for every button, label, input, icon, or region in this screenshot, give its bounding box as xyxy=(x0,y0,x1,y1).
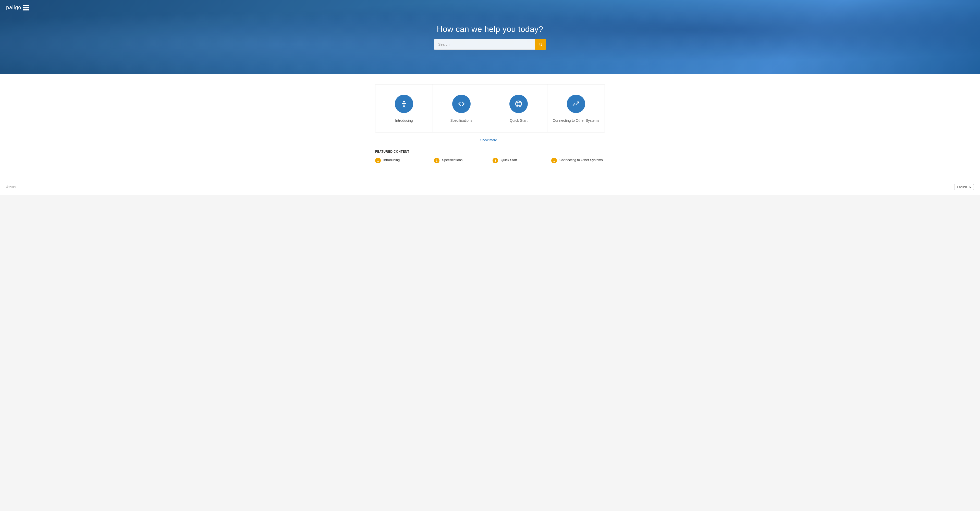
featured-badge-introducing: 1 xyxy=(375,158,381,163)
logo-text: paligo xyxy=(6,5,21,11)
category-card-connecting[interactable]: Connecting to Other Systems xyxy=(547,84,605,132)
category-cards: Introducing Specifications xyxy=(375,84,605,132)
logo-grid-icon xyxy=(23,5,29,11)
featured-badge-specifications: 1 xyxy=(434,158,439,163)
featured-badge-connecting: 1 xyxy=(551,158,557,163)
featured-label-quick-start: Quick Start xyxy=(501,158,517,162)
featured-badge-quick-start: 1 xyxy=(493,158,498,163)
accessibility-icon xyxy=(400,100,408,108)
featured-item-introducing[interactable]: 1 Introducing xyxy=(375,158,429,163)
main-content: Introducing Specifications xyxy=(0,74,980,179)
show-more-container: Show more... xyxy=(5,138,975,142)
search-bar xyxy=(434,39,546,50)
language-label: English xyxy=(957,185,967,189)
specifications-label: Specifications xyxy=(450,118,472,123)
chevron-up-icon xyxy=(969,186,971,188)
connecting-label: Connecting to Other Systems xyxy=(553,118,600,123)
featured-label-specifications: Specifications xyxy=(442,158,463,162)
hero-content: How can we help you today? xyxy=(434,24,546,50)
featured-title: FEATURED CONTENT xyxy=(375,150,605,153)
featured-label-introducing: Introducing xyxy=(383,158,400,162)
introducing-label: Introducing xyxy=(395,118,413,123)
featured-item-connecting[interactable]: 1 Connecting to Other Systems xyxy=(551,158,605,163)
footer: © 2019 English xyxy=(0,179,980,195)
featured-item-specifications[interactable]: 1 Specifications xyxy=(434,158,487,163)
search-button[interactable] xyxy=(535,39,546,50)
hero-title: How can we help you today? xyxy=(437,24,543,34)
featured-item-quick-start[interactable]: 1 Quick Start xyxy=(493,158,546,163)
globe-icon xyxy=(514,100,523,108)
specifications-icon-circle xyxy=(452,95,471,113)
featured-label-connecting: Connecting to Other Systems xyxy=(559,158,603,162)
featured-section: FEATURED CONTENT 1 Introducing 1 Specifi… xyxy=(375,150,605,163)
svg-point-0 xyxy=(539,43,541,45)
introducing-icon-circle xyxy=(395,95,413,113)
show-more-link[interactable]: Show more... xyxy=(480,138,500,142)
code-icon xyxy=(457,100,466,108)
logo[interactable]: paligo xyxy=(6,5,29,11)
featured-grid: 1 Introducing 1 Specifications 1 Quick S… xyxy=(375,158,605,163)
category-card-quick-start[interactable]: Quick Start xyxy=(490,84,548,132)
connecting-icon-circle xyxy=(567,95,585,113)
svg-line-6 xyxy=(404,105,405,107)
svg-line-1 xyxy=(541,45,542,46)
quick-start-label: Quick Start xyxy=(510,118,528,123)
category-card-introducing[interactable]: Introducing xyxy=(375,84,433,132)
search-input[interactable] xyxy=(434,39,535,50)
footer-copyright: © 2019 xyxy=(6,185,16,189)
language-selector[interactable]: English xyxy=(954,184,974,190)
category-card-specifications[interactable]: Specifications xyxy=(433,84,490,132)
search-icon xyxy=(538,42,542,46)
chart-icon xyxy=(572,100,580,108)
hero-section: paligo How can we help you today? xyxy=(0,0,980,74)
svg-point-2 xyxy=(403,101,405,103)
quick-start-icon-circle xyxy=(509,95,528,113)
